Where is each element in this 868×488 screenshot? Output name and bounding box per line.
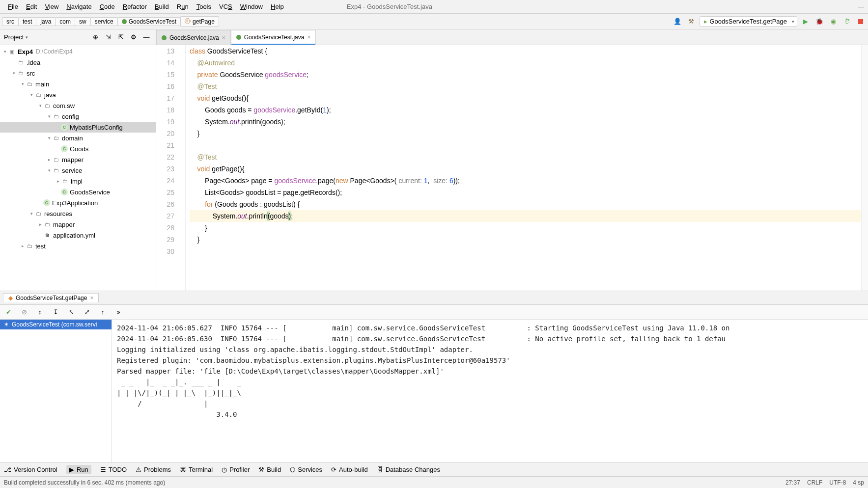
breadcrumb-item[interactable]: ⓜ getPage <box>180 16 219 27</box>
code-line[interactable]: System.out.println(goods); <box>190 116 861 128</box>
bottom-tool-database-changes[interactable]: 🗄Database Changes <box>377 466 440 473</box>
indent[interactable]: 4 sp <box>853 479 864 486</box>
tree-item[interactable]: ▸🗀impl <box>0 176 156 187</box>
tree-arrow-icon[interactable]: ▸ <box>20 244 26 248</box>
tree-item[interactable]: ▸🗀mapper <box>0 219 156 230</box>
bottom-tool-version-control[interactable]: ⎇Version Control <box>4 466 57 473</box>
gutter-line[interactable]: 28 <box>156 222 174 234</box>
stop-icon[interactable] <box>855 16 866 27</box>
gutter-line[interactable]: 29 <box>156 234 174 245</box>
bottom-tool-terminal[interactable]: ⌘Terminal <box>180 466 213 473</box>
profile-icon[interactable]: ⏱ <box>841 16 852 27</box>
gutter-line[interactable]: 17 <box>156 92 174 104</box>
breadcrumb-item[interactable]: sw <box>75 17 91 26</box>
gutter-line[interactable]: 15 <box>156 69 174 81</box>
bottom-tool-run[interactable]: ▶Run <box>66 465 91 474</box>
gutter[interactable]: 131415161718192021222324252627282930 <box>156 45 186 291</box>
gutter-line[interactable]: 14 <box>156 57 174 69</box>
menu-run[interactable]: Run <box>173 2 193 11</box>
menu-navigate[interactable]: Navigate <box>62 2 95 11</box>
code-line[interactable]: Goods goods = goodsService.getById(1); <box>190 104 861 116</box>
tree-arrow-icon[interactable]: ▾ <box>28 211 34 216</box>
gutter-line[interactable]: 24 <box>156 175 174 187</box>
bottom-tool-problems[interactable]: ⚠Problems <box>136 466 171 473</box>
gutter-line[interactable]: 20 <box>156 128 174 139</box>
code-line[interactable]: List<Goods> goodsList = page.getRecords(… <box>190 187 861 198</box>
gutter-line[interactable]: 23 <box>156 163 174 175</box>
code-line[interactable]: @Autowired <box>190 57 861 69</box>
code-line[interactable]: private GoodsService goodsService; <box>190 69 861 81</box>
code-line[interactable]: for (Goods goods : goodsList) { <box>190 198 861 210</box>
expand-icon[interactable]: ⤡ <box>66 307 77 318</box>
menu-edit[interactable]: Edit <box>22 2 41 11</box>
menu-refactor[interactable]: Refactor <box>119 2 151 11</box>
code-line[interactable]: class GoodsServiceTest { <box>190 45 861 57</box>
menu-tools[interactable]: Tools <box>193 2 215 11</box>
breadcrumb-item[interactable]: test <box>18 17 36 26</box>
tree-item[interactable]: ▾🗀service <box>0 165 156 176</box>
breadcrumb-item[interactable]: com <box>55 17 75 26</box>
tree-item[interactable]: 🗀.idea <box>0 57 156 68</box>
more-icon[interactable]: » <box>113 307 124 318</box>
test-tree-item[interactable]: ✶ GoodsServiceTest (com.sw.servi <box>0 320 112 329</box>
sort-alpha-icon[interactable]: ↧ <box>50 307 61 318</box>
test-passed-icon[interactable]: ✔ <box>3 307 14 318</box>
code-line[interactable]: } <box>190 222 861 234</box>
test-failed-icon[interactable]: ⊘ <box>19 307 29 318</box>
menu-view[interactable]: View <box>41 2 62 11</box>
panel-dropdown-icon[interactable]: ▾ <box>26 35 28 40</box>
editor[interactable]: 131415161718192021222324252627282930 cla… <box>156 45 868 291</box>
coverage-icon[interactable]: ◉ <box>828 16 839 27</box>
code-line[interactable] <box>190 139 861 151</box>
tree-arrow-icon[interactable]: ▾ <box>20 81 26 86</box>
gutter-line[interactable]: 16 <box>156 81 174 92</box>
tree-root[interactable]: ▾ ▣ Exp4 D:\Code\Exp4 <box>0 46 156 57</box>
tree-item[interactable]: ▸🗀test <box>0 241 156 251</box>
tree-arrow-icon[interactable]: ▸ <box>46 157 52 162</box>
tree-item[interactable]: ▸🗀mapper <box>0 154 156 165</box>
code-line[interactable]: } <box>190 234 861 245</box>
breadcrumb-item[interactable]: src <box>2 17 19 26</box>
bottom-tool-build[interactable]: ⚒Build <box>258 466 281 473</box>
bottom-tool-services[interactable]: ⬡Services <box>290 466 322 473</box>
minimize-button[interactable]: — <box>858 3 864 10</box>
tree-item[interactable]: CExp3Application <box>0 197 156 208</box>
code-line[interactable]: @Test <box>190 151 861 163</box>
code-line[interactable]: void getPage(){ <box>190 163 861 175</box>
error-stripe[interactable]: ⚠ 2 <box>861 45 868 291</box>
code-line[interactable]: Page<Goods> page = goodsService.page(new… <box>190 175 861 187</box>
tree-item[interactable]: ▾🗀com.sw <box>0 100 156 111</box>
tree-arrow-icon[interactable]: ▸ <box>55 179 61 184</box>
tree-item[interactable]: ▾🗀java <box>0 89 156 100</box>
debug-icon[interactable]: 🐞 <box>814 16 825 27</box>
tree-item[interactable]: ▾🗀src <box>0 68 156 79</box>
menu-build[interactable]: Build <box>151 2 173 11</box>
settings-icon[interactable]: ⚙ <box>128 32 139 43</box>
editor-tab[interactable]: GoodsService.java× <box>156 30 231 45</box>
gutter-line[interactable]: 21 <box>156 139 174 151</box>
tree-item[interactable]: CGoods <box>0 143 156 154</box>
run-tab[interactable]: ◆ GoodsServiceTest.getPage × <box>3 293 99 302</box>
bottom-tool-todo[interactable]: ☰TODO <box>100 466 127 473</box>
code-line[interactable]: System.out.println(goods); <box>190 210 861 222</box>
console-output[interactable]: 2024-11-04 21:06:05.627 INFO 15764 --- [… <box>112 320 868 462</box>
close-icon[interactable]: × <box>222 34 225 41</box>
tree-arrow-icon[interactable]: ▾ <box>11 71 17 76</box>
menu-file[interactable]: File <box>4 2 22 11</box>
breadcrumb-item[interactable]: GoodsServiceTest <box>117 17 181 26</box>
breadcrumb-item[interactable]: service <box>90 17 118 26</box>
gutter-line[interactable]: 13 <box>156 45 174 57</box>
bottom-tool-profiler[interactable]: ◷Profiler <box>222 466 250 473</box>
add-config-icon[interactable]: 👤 <box>672 16 683 27</box>
test-tree[interactable]: ✶ GoodsServiceTest (com.sw.servi <box>0 320 112 462</box>
locate-icon[interactable]: ⊕ <box>90 32 101 43</box>
code-line[interactable]: void getGoods(){ <box>190 92 861 104</box>
tree-arrow-icon[interactable]: ▾ <box>46 136 52 140</box>
code-area[interactable]: class GoodsServiceTest { @Autowired priv… <box>186 45 861 291</box>
menu-window[interactable]: Window <box>236 2 267 11</box>
sort-icon[interactable]: ↕ <box>34 307 45 318</box>
tree-item[interactable]: ▾🗀main <box>0 79 156 89</box>
code-line[interactable]: } <box>190 128 861 139</box>
tree-item[interactable]: CGoodsService <box>0 187 156 197</box>
build-icon[interactable]: ⚒ <box>686 16 697 27</box>
